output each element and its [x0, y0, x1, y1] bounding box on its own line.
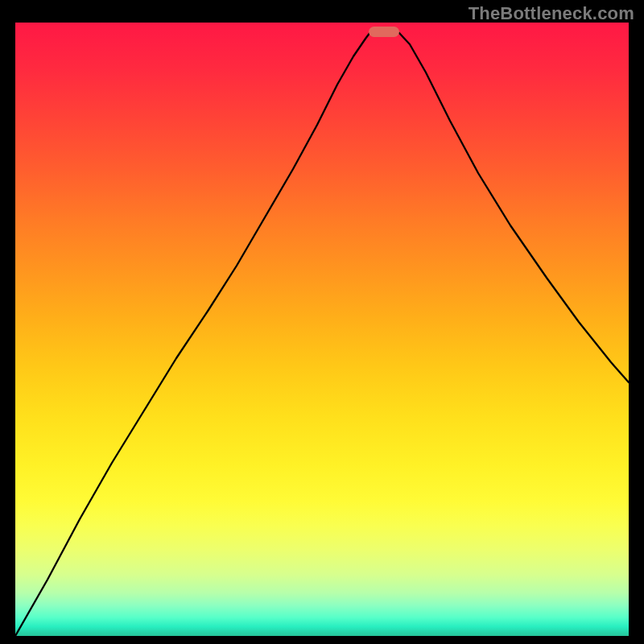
left-branch-path — [15, 32, 370, 636]
right-branch-path — [398, 32, 629, 382]
plot-area — [15, 23, 629, 636]
optimum-marker — [369, 27, 399, 37]
chart-frame: TheBottleneck.com — [0, 0, 644, 644]
curve-svg — [15, 23, 629, 636]
watermark-text: TheBottleneck.com — [469, 3, 634, 24]
